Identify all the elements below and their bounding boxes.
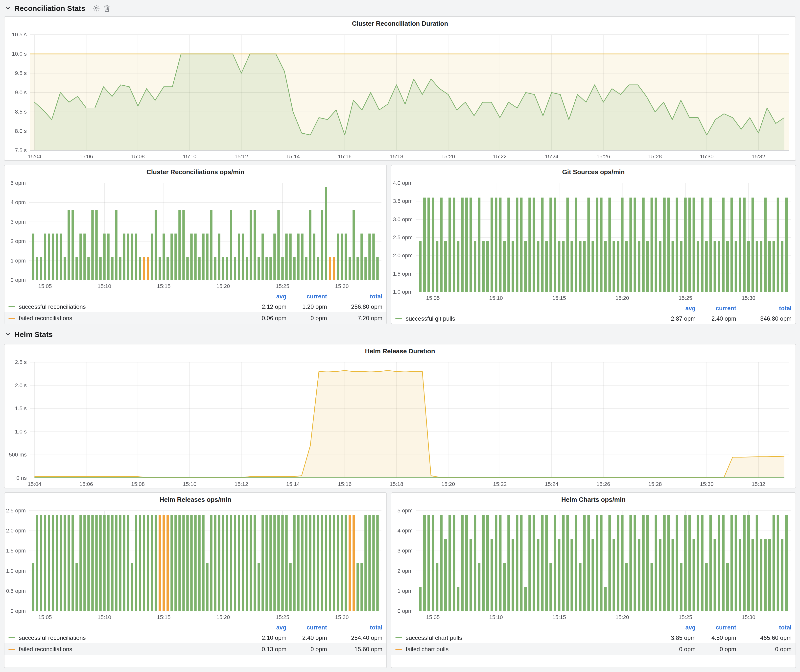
series-line-icon	[395, 648, 402, 650]
svg-text:1.5 opm: 1.5 opm	[393, 271, 413, 277]
svg-text:1.5 opm: 1.5 opm	[6, 547, 26, 554]
svg-text:15:18: 15:18	[390, 154, 403, 160]
series-name[interactable]: successful git pulls	[406, 315, 652, 322]
series-name[interactable]: failed reconciliations	[19, 646, 243, 653]
svg-text:2.0 s: 2.0 s	[15, 382, 27, 389]
svg-text:15:12: 15:12	[235, 154, 248, 160]
svg-text:15:04: 15:04	[28, 481, 41, 487]
section-header-reconciliation-stats: Reconciliation Stats	[5, 2, 110, 14]
svg-text:15:06: 15:06	[79, 154, 93, 160]
legend-row-failed-reconciliations: failed reconciliations 0.06 opm 0 opm 7.…	[5, 312, 386, 324]
svg-text:15:18: 15:18	[390, 481, 403, 487]
panel-title-cluster-reconciliations-ops[interactable]: Cluster Reconciliations ops/min	[5, 165, 386, 178]
git-sources-ops-chart[interactable]: 1.0 opm1.5 opm2.0 opm2.5 opm3.0 opm3.5 o…	[391, 178, 795, 303]
series-avg-value: 0.13 opm	[243, 646, 286, 653]
svg-text:8.5 s: 8.5 s	[15, 109, 27, 115]
svg-text:15:25: 15:25	[275, 283, 289, 289]
series-name[interactable]: failed chart pulls	[406, 646, 652, 653]
svg-text:15:32: 15:32	[752, 154, 765, 160]
cluster-reconciliations-ops-chart[interactable]: 0 opm1 opm2 opm3 opm4 opm5 opm15:0515:10…	[5, 178, 386, 291]
series-name[interactable]: successful chart pulls	[406, 634, 652, 641]
series-current-value: 2.40 opm	[696, 315, 736, 322]
legend-header-total[interactable]: total	[736, 305, 792, 312]
series-line-icon	[8, 637, 15, 638]
chevron-down-icon[interactable]	[5, 5, 11, 11]
svg-text:2 opm: 2 opm	[11, 238, 26, 244]
legend-header-current[interactable]: current	[696, 624, 736, 631]
legend-header-current[interactable]: current	[696, 305, 736, 312]
panel-title-git-sources-ops[interactable]: Git Sources ops/min	[391, 165, 795, 178]
series-total-value: 256.80 opm	[327, 303, 382, 310]
series-current-value: 0 opm	[286, 646, 327, 653]
series-avg-value: 2.87 opm	[652, 315, 696, 322]
panel-title-helm-charts-ops[interactable]: Helm Charts ops/min	[391, 493, 795, 506]
svg-text:1.5 s: 1.5 s	[15, 405, 27, 411]
series-name[interactable]: successful reconciliations	[19, 634, 243, 641]
svg-text:15:25: 15:25	[275, 614, 289, 620]
svg-text:15:14: 15:14	[286, 154, 300, 160]
chevron-down-icon[interactable]	[5, 331, 11, 337]
svg-text:0.5 opm: 0.5 opm	[6, 588, 26, 594]
svg-text:15:05: 15:05	[38, 614, 52, 620]
legend-header-avg[interactable]: avg	[243, 624, 286, 631]
svg-text:15:10: 15:10	[489, 614, 503, 620]
legend-header-current[interactable]: current	[286, 624, 327, 631]
panel-cluster-reconciliations-ops: Cluster Reconciliations ops/min 0 opm1 o…	[4, 165, 387, 324]
svg-text:15:16: 15:16	[338, 481, 352, 487]
svg-text:5 opm: 5 opm	[398, 507, 413, 514]
series-avg-value: 0.06 opm	[243, 314, 286, 322]
svg-text:4 opm: 4 opm	[398, 528, 413, 534]
legend-header-total[interactable]: total	[327, 624, 382, 631]
series-total-value: 0 opm	[736, 646, 792, 653]
series-name[interactable]: failed reconciliations	[19, 314, 243, 322]
series-total-value: 7.20 opm	[327, 314, 382, 322]
series-avg-value: 2.12 opm	[243, 303, 286, 310]
panel-title-helm-release-duration[interactable]: Helm Release Duration	[5, 344, 795, 357]
svg-text:10.0 s: 10.0 s	[12, 51, 27, 57]
svg-text:10.5 s: 10.5 s	[12, 31, 27, 38]
svg-text:3 opm: 3 opm	[11, 219, 26, 225]
svg-text:15:20: 15:20	[216, 614, 230, 620]
series-current-value: 0 opm	[696, 646, 736, 653]
legend-header-avg[interactable]: avg	[652, 305, 696, 312]
svg-text:3.5 opm: 3.5 opm	[393, 198, 413, 204]
series-line-icon	[395, 637, 402, 638]
section-title-helm[interactable]: Helm Stats	[14, 330, 53, 338]
section-title-reconciliation[interactable]: Reconciliation Stats	[14, 4, 85, 12]
svg-text:15:30: 15:30	[335, 614, 349, 620]
legend-header-total[interactable]: total	[736, 624, 792, 631]
svg-text:15:15: 15:15	[552, 295, 566, 301]
section-header-helm-stats: Helm Stats	[5, 328, 53, 340]
legend-git-sources: avg current total successful git pulls 2…	[391, 304, 795, 324]
legend-header-avg[interactable]: avg	[652, 624, 696, 631]
svg-text:15:20: 15:20	[441, 481, 455, 487]
panel-git-sources-ops: Git Sources ops/min 1.0 opm1.5 opm2.0 op…	[391, 165, 796, 324]
helm-charts-ops-chart[interactable]: 0 opm1 opm2 opm3 opm4 opm5 opm15:0515:10…	[391, 506, 795, 622]
svg-text:2.5 opm: 2.5 opm	[393, 234, 413, 240]
legend-header-current[interactable]: current	[286, 293, 327, 300]
svg-text:15:26: 15:26	[597, 481, 610, 487]
svg-text:15:10: 15:10	[489, 295, 503, 301]
trash-icon[interactable]	[104, 4, 110, 12]
svg-text:15:20: 15:20	[616, 614, 629, 620]
series-line-icon	[8, 317, 15, 318]
legend-header-total[interactable]: total	[327, 293, 382, 300]
svg-text:15:08: 15:08	[131, 481, 145, 487]
helm-releases-ops-chart[interactable]: 0 opm0.5 opm1.0 opm1.5 opm2.0 opm2.5 opm…	[5, 506, 386, 622]
svg-text:15:22: 15:22	[493, 154, 507, 160]
series-current-value: 1.20 opm	[286, 303, 327, 310]
panel-title-helm-releases-ops[interactable]: Helm Releases ops/min	[5, 493, 386, 506]
svg-text:2.5 opm: 2.5 opm	[6, 507, 26, 514]
legend-header-avg[interactable]: avg	[243, 293, 286, 300]
series-avg-value: 3.85 opm	[652, 634, 696, 641]
legend-row-successful-reconciliations: successful reconciliations 2.10 opm 2.40…	[5, 632, 386, 643]
helm-release-duration-chart[interactable]: 0 ns500 ms1.0 s1.5 s2.0 s2.5 s15:0415:06…	[5, 357, 795, 489]
panel-title-cluster-reconciliation-duration[interactable]: Cluster Reconciliation Duration	[5, 17, 795, 30]
svg-text:15:05: 15:05	[426, 295, 440, 301]
series-name[interactable]: successful reconciliations	[19, 303, 243, 310]
cluster-reconciliation-duration-chart[interactable]: 7.5 s8.0 s8.5 s9.0 s9.5 s10.0 s10.5 s15:…	[5, 30, 795, 161]
legend-row-successful-git-pulls: successful git pulls 2.87 opm 2.40 opm 3…	[391, 313, 795, 324]
svg-text:1 opm: 1 opm	[11, 258, 26, 264]
gear-icon[interactable]	[93, 4, 100, 12]
svg-text:15:26: 15:26	[597, 154, 610, 160]
